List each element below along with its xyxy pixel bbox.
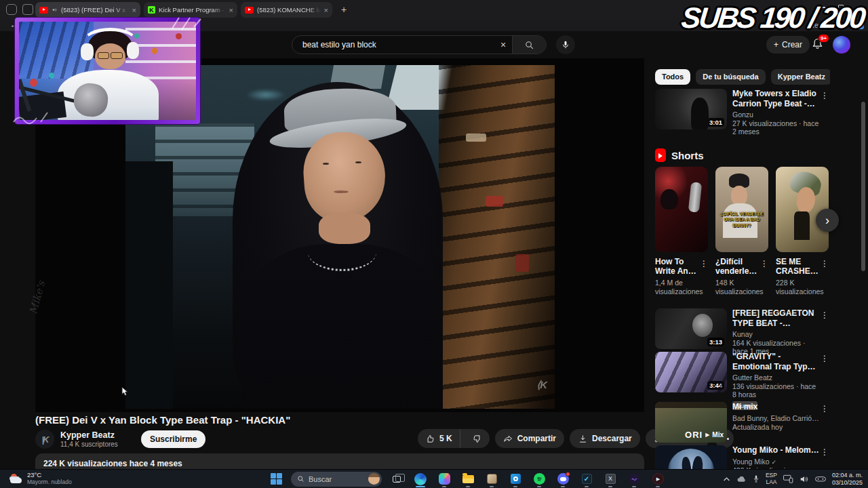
browser-workspaces-icon[interactable]	[6, 4, 17, 15]
scene-freezer	[125, 161, 173, 409]
search-button[interactable]	[512, 36, 546, 54]
short-menu-icon[interactable]: ⋮	[760, 259, 768, 268]
browser-tab-youtube-current[interactable]: (5823) (FREE) Dei V x Yan Blo ×	[35, 2, 140, 18]
related-sidebar: Todos De tu búsqueda Kypper Beatz De › 3…	[655, 0, 830, 488]
search-box[interactable]: ×	[292, 35, 547, 54]
scene-product	[486, 196, 503, 207]
tab-close-icon[interactable]: ×	[229, 6, 233, 14]
video-title[interactable]: Young Miko - Melomi (Official)	[732, 445, 819, 455]
spotify-icon[interactable]	[530, 470, 548, 488]
tab-close-icon[interactable]: ×	[132, 6, 136, 14]
short-title[interactable]: How To Write An R&B Lov…	[655, 257, 700, 276]
account-avatar[interactable]	[833, 36, 850, 54]
video-menu-icon[interactable]: ⋮	[821, 447, 829, 457]
video-thumbnail[interactable]: 3:01	[655, 89, 727, 129]
chip-todos[interactable]: Todos	[655, 69, 690, 85]
video-title[interactable]: Myke Towers x Eladio Carrion Type Beat -…	[732, 89, 819, 108]
video-menu-icon[interactable]: ⋮	[821, 91, 829, 100]
start-button[interactable]	[267, 470, 285, 488]
short-thumbnail[interactable]: ¿DIFÍCIL VENDERLE UNA IDEA A BAD BUNNY?	[715, 167, 768, 252]
download-button[interactable]: Descargar	[570, 429, 640, 448]
short-menu-icon[interactable]: ⋮	[821, 259, 829, 268]
tab-close-icon[interactable]: ×	[324, 6, 328, 14]
page-scrollbar[interactable]	[861, 58, 865, 469]
taskbar-search[interactable]: Buscar	[291, 472, 382, 487]
chevron-right-icon: ›	[825, 214, 829, 228]
share-button[interactable]: Compartir	[495, 429, 564, 448]
youtube-favicon	[245, 7, 254, 14]
mix-thumbnail[interactable]: ORI ▶ Mix	[655, 402, 727, 443]
dislike-button[interactable]	[465, 429, 490, 448]
copilot-icon[interactable]	[435, 470, 453, 488]
subscribe-button[interactable]: Suscribirme	[141, 430, 205, 448]
screen: (5823) (FREE) Dei V x Yan Blo × K Kick P…	[0, 0, 868, 488]
short-title[interactable]: ¿Difícil venderle un…	[715, 257, 760, 276]
play-icon: ▶	[705, 432, 709, 438]
tray-expand-icon[interactable]	[723, 476, 730, 482]
wave-app-icon[interactable]	[625, 470, 643, 488]
file-explorer-icon[interactable]	[459, 470, 477, 488]
short-card[interactable]: ¿DIFÍCIL VENDERLE UNA IDEA A BAD BUNNY? …	[715, 167, 768, 297]
chip-kypper-beatz[interactable]: Kypper Beatz	[771, 69, 830, 85]
short-title[interactable]: SE ME CRASHEO …	[776, 257, 821, 276]
like-button[interactable]: 5 K	[418, 429, 460, 448]
video-title[interactable]: "GRAVITY" - Emotional Trap Type Beat | M…	[732, 352, 819, 371]
video-title[interactable]: [FREE] REGGAETON TYPE BEAT - "BEBECITA"	[732, 308, 819, 328]
spreadsheet-app-icon[interactable]: X	[601, 470, 619, 488]
share-label: Compartir	[517, 434, 556, 443]
task-view-button[interactable]	[388, 470, 406, 488]
outlook-icon[interactable]	[507, 470, 524, 488]
cast-screen-icon[interactable]	[783, 474, 793, 483]
media-player-icon[interactable]: ▶	[649, 470, 667, 488]
tab-search-icon[interactable]	[22, 4, 33, 15]
onedrive-icon[interactable]	[736, 475, 747, 483]
video-menu-icon[interactable]: ⋮	[821, 404, 829, 413]
thumbs-down-icon	[472, 434, 482, 444]
video-channel[interactable]: Young Miko✓	[732, 458, 819, 466]
app-icon[interactable]	[483, 470, 500, 488]
search-input[interactable]	[292, 40, 494, 49]
edge-browser-icon[interactable]	[412, 470, 429, 488]
video-menu-icon[interactable]: ⋮	[821, 354, 829, 363]
related-video-row[interactable]: 3:13 [FREE] REGGAETON TYPE BEAT - "BEBEC…	[655, 308, 830, 355]
video-menu-icon[interactable]: ⋮	[821, 310, 829, 320]
volume-icon[interactable]	[800, 475, 809, 483]
short-thumbnail[interactable]	[655, 167, 708, 252]
video-channel[interactable]: Gutter Beatz	[732, 373, 819, 382]
check-app-icon[interactable]: ✓	[578, 470, 595, 488]
shorts-next-button[interactable]: ›	[816, 209, 839, 232]
scrollbar-thumb[interactable]	[861, 102, 865, 271]
related-video-row[interactable]: 3:01 Myke Towers x Eladio Carrion Type B…	[655, 89, 830, 136]
short-card[interactable]: SE ME CRASHEO … 228 K visualizaciones ⋮	[776, 167, 829, 297]
short-thumbnail[interactable]	[776, 167, 829, 252]
video-thumbnail[interactable]: 3:13	[655, 308, 727, 349]
headphone-cup	[127, 42, 139, 59]
notification-dot	[566, 472, 570, 476]
video-channel[interactable]: Gonzu	[732, 110, 819, 119]
gamepad-icon[interactable]	[815, 475, 826, 483]
channel-watermark: ⟨K	[536, 379, 547, 391]
language-indicator[interactable]: ESP LAA	[766, 472, 777, 485]
mix-title[interactable]: Mi mix	[732, 402, 819, 412]
video-thumbnail[interactable]: 3:44	[655, 352, 727, 392]
voice-search-button[interactable]	[556, 35, 575, 54]
description-line: 224 K visualizaciones hace 4 meses	[43, 459, 182, 468]
short-menu-icon[interactable]: ⋮	[700, 259, 708, 268]
related-mix-row[interactable]: ORI ▶ Mix Mi mix Bad Bunny, Eladio Carri…	[655, 402, 830, 443]
short-card[interactable]: How To Write An R&B Lov… 1,4 M de visual…	[655, 167, 708, 297]
clock-widget[interactable]: 02:04 a. m. 03/10/2025	[832, 472, 863, 487]
channel-name[interactable]: Kypper Beatz	[60, 430, 132, 440]
video-channel[interactable]: Kunay	[732, 330, 819, 338]
taskbar: 23°C Mayorm. nublado Buscar ✓	[0, 469, 868, 488]
new-tab-button[interactable]: +	[337, 3, 351, 16]
like-dislike-pill: 5 K	[418, 429, 490, 448]
discord-icon[interactable]	[554, 470, 572, 488]
channel-avatar[interactable]: |K	[35, 430, 54, 449]
tab-audio-icon[interactable]	[52, 7, 58, 13]
chip-de-tu-busqueda[interactable]: De tu búsqueda	[696, 69, 766, 85]
search-icon	[524, 40, 534, 50]
microphone-tray-icon[interactable]	[753, 474, 760, 483]
weather-widget[interactable]: 23°C Mayorm. nublado	[9, 470, 72, 488]
browser-tab-youtube-other[interactable]: (5823) KOMANCHE la CABRA de ×	[241, 2, 332, 18]
clear-search-icon[interactable]: ×	[494, 39, 512, 50]
